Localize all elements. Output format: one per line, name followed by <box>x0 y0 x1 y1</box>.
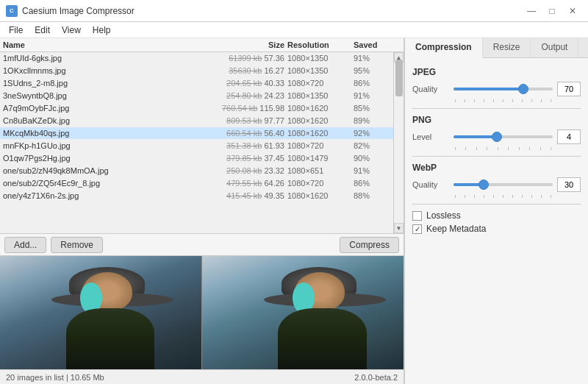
file-toolbar: Add... Remove Compress <box>0 233 404 255</box>
divider-1 <box>412 108 581 109</box>
file-size-original: 61399 kb <box>229 54 262 63</box>
file-resolution: 1080×1620 <box>287 116 354 125</box>
compress-button[interactable]: Compress <box>340 237 399 253</box>
tick <box>503 195 503 198</box>
tick <box>531 195 532 198</box>
menubar: File Edit View Help <box>0 22 588 38</box>
tick <box>493 195 494 198</box>
lossless-checkbox[interactable] <box>412 211 422 221</box>
webp-quality-row: Quality 30 <box>412 177 581 192</box>
tab-resize[interactable]: Resize <box>483 38 531 57</box>
file-saved: 85% <box>354 104 390 113</box>
table-row[interactable]: 1mfUId-6gks.jpg 61399 kb 57.36 1080×1350… <box>0 52 393 65</box>
file-size-original: 479.55 kb <box>226 179 262 188</box>
menu-help[interactable]: Help <box>87 24 117 37</box>
jpeg-quality-track <box>453 88 553 90</box>
tick <box>484 195 484 198</box>
jpeg-quality-slider[interactable] <box>453 82 553 96</box>
left-panel: Name Size Resolution Saved 1mfUId-6gks.j… <box>0 38 404 384</box>
jpeg-quality-thumb[interactable] <box>518 84 528 94</box>
header-saved: Saved <box>354 40 390 49</box>
total-size: 10.65 Mb <box>71 373 104 382</box>
file-name: one/sub2/zN49qk8MmOA.jpg <box>3 166 214 175</box>
webp-quality-thumb[interactable] <box>478 179 489 190</box>
webp-quality-value[interactable]: 30 <box>557 177 581 192</box>
tab-output[interactable]: Output <box>531 38 578 57</box>
version-label: 2.0.0-beta.2 <box>354 373 398 382</box>
file-name: one/y4z71X6n-2s.jpg <box>3 191 214 200</box>
add-button[interactable]: Add... <box>4 237 46 253</box>
menu-edit[interactable]: Edit <box>29 24 56 37</box>
png-tick-marks <box>455 147 551 150</box>
keep-metadata-checkbox[interactable] <box>412 224 422 234</box>
file-resolution: 1080×1620 <box>287 129 354 138</box>
scroll-down-arrow[interactable]: ▼ <box>394 223 404 233</box>
tick <box>455 99 456 102</box>
maximize-button[interactable]: □ <box>542 4 562 18</box>
file-size: 379.85 kb 37.45 <box>214 154 287 163</box>
webp-quality-slider[interactable] <box>453 178 553 191</box>
file-saved: 91% <box>354 54 390 63</box>
scrollbar[interactable]: ▲ ▼ <box>393 52 404 233</box>
file-resolution: 1080×720 <box>287 179 354 188</box>
table-row[interactable]: A7q9mOybFJc.jpg 760.54 kb 115.98 1080×16… <box>0 102 393 115</box>
jpeg-quality-value[interactable]: 70 <box>557 82 581 96</box>
file-size-original: 250.08 kb <box>226 166 262 175</box>
png-level-track <box>453 135 553 138</box>
file-size: 351.38 kb 61.93 <box>214 141 287 150</box>
tick <box>541 195 542 198</box>
table-row[interactable]: one/sub2/zN49qk8MmOA.jpg 250.08 kb 23.32… <box>0 165 393 177</box>
file-size-original: 379.85 kb <box>226 154 262 163</box>
file-name: 1SUdns_2-m8.jpg <box>3 79 214 88</box>
scroll-thumb[interactable] <box>395 60 403 96</box>
tick <box>474 99 475 102</box>
tick <box>512 195 513 198</box>
file-saved: 91% <box>354 91 390 100</box>
webp-label: WebP <box>412 163 581 173</box>
jpeg-label: JPEG <box>412 67 581 77</box>
preview-area <box>0 255 404 369</box>
file-name: A7q9mOybFJc.jpg <box>3 104 214 113</box>
table-row[interactable]: 1SUdns_2-m8.jpg 204.65 kb 40.33 1080×720… <box>0 77 393 90</box>
remove-button[interactable]: Remove <box>51 237 103 253</box>
png-level-slider[interactable] <box>453 130 553 143</box>
file-size: 254.80 kb 24.23 <box>214 91 287 100</box>
table-row[interactable]: MKcqMkb40qs.jpg 660.54 kb 56.40 1080×162… <box>0 127 393 140</box>
header-resolution: Resolution <box>287 40 354 49</box>
file-name: mnFKp-h1GUo.jpg <box>3 141 214 150</box>
file-list-scroll[interactable]: 1mfUId-6gks.jpg 61399 kb 57.36 1080×1350… <box>0 52 393 233</box>
right-panel: Compression Resize Output JPEG Quality 7… <box>404 38 588 384</box>
table-row[interactable]: 1OKxcllmnms.jpg 35630 kb 16.27 1080×1350… <box>0 65 393 77</box>
file-size-original: 760.54 kb <box>222 104 257 113</box>
file-size-original: 204.65 kb <box>226 79 262 88</box>
menu-file[interactable]: File <box>3 24 29 37</box>
lossless-label: Lossless <box>426 210 461 221</box>
tick <box>465 99 465 102</box>
table-row[interactable]: one/y4z71X6n-2s.jpg 415.45 kb 49.35 1080… <box>0 190 393 202</box>
file-resolution: 1080×1620 <box>287 104 354 113</box>
table-row[interactable]: mnFKp-h1GUo.jpg 351.38 kb 61.93 1080×720… <box>0 140 393 152</box>
png-level-fill <box>453 135 497 138</box>
file-saved: 89% <box>354 116 390 125</box>
person-right <box>273 267 384 369</box>
png-level-value[interactable]: 4 <box>557 129 581 144</box>
file-saved: 86% <box>354 179 390 188</box>
minimize-button[interactable]: — <box>522 4 541 18</box>
file-resolution: 1080×1350 <box>287 66 354 75</box>
status-bar: 20 images in list | 10.65 Mb 2.0.0-beta.… <box>0 369 404 384</box>
jpeg-quality-label: Quality <box>412 85 449 93</box>
tab-compression[interactable]: Compression <box>405 38 483 58</box>
file-size: 204.65 kb 40.33 <box>214 79 287 88</box>
file-name: one/sub2/ZQ5r4Ec9r_8.jpg <box>3 179 214 188</box>
table-row[interactable]: Cn8uBaKZeDk.jpg 809.53 kb 97.77 1080×162… <box>0 115 393 127</box>
menu-view[interactable]: View <box>56 24 87 37</box>
close-button[interactable]: ✕ <box>563 4 582 18</box>
keep-metadata-row: Keep Metadata <box>412 224 581 234</box>
table-row[interactable]: O1qw7Pgs2Hg.jpg 379.85 kb 37.45 1080×147… <box>0 152 393 165</box>
file-resolution: 1080×720 <box>287 79 354 88</box>
png-level-thumb[interactable] <box>492 132 502 142</box>
table-row[interactable]: 3neSwyntbQ8.jpg 254.80 kb 24.23 1080×135… <box>0 90 393 102</box>
file-size: 35630 kb 16.27 <box>214 66 287 75</box>
table-row[interactable]: one/sub2/ZQ5r4Ec9r_8.jpg 479.55 kb 64.26… <box>0 177 393 190</box>
right-content: JPEG Quality 70 <box>405 58 588 384</box>
